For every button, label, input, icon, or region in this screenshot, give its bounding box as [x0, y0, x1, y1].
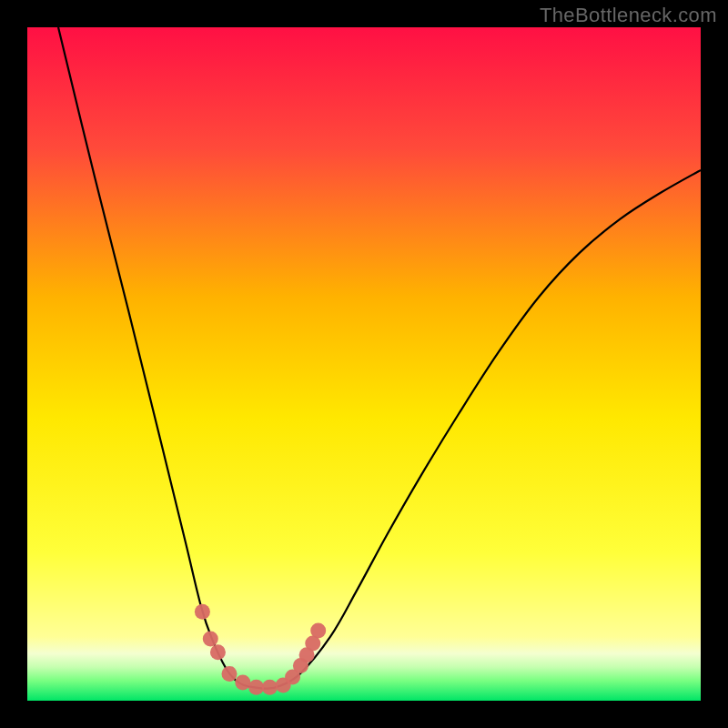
data-point	[248, 680, 264, 695]
data-point	[210, 644, 226, 660]
data-point	[310, 623, 326, 639]
chart-background	[27, 27, 701, 701]
chart-frame: TheBottleneck.com	[0, 0, 728, 728]
data-point	[222, 666, 238, 682]
data-point	[235, 675, 250, 691]
data-point	[195, 604, 210, 620]
data-point	[262, 680, 278, 695]
data-point	[203, 631, 218, 646]
bottleneck-chart	[27, 27, 701, 701]
plot-area	[27, 27, 701, 701]
attribution-watermark: TheBottleneck.com	[540, 4, 717, 27]
